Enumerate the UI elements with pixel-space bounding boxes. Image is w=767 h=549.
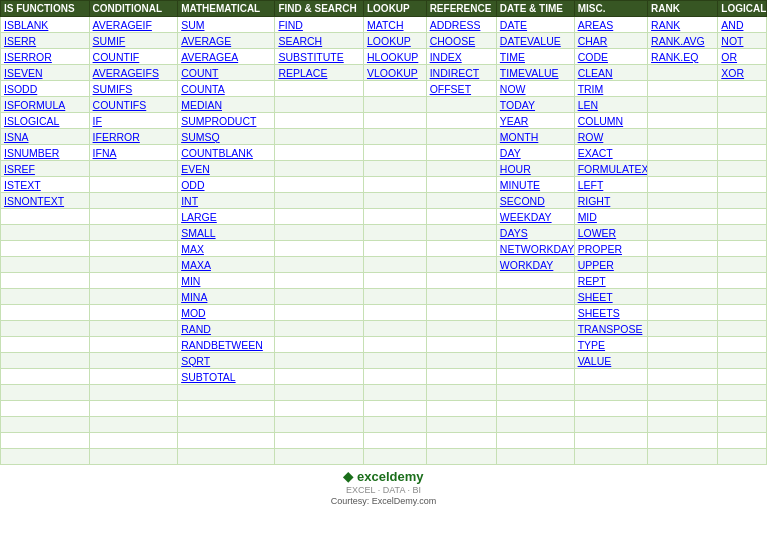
table-cell[interactable]: NOT — [718, 33, 767, 49]
table-cell[interactable]: AVERAGE — [178, 33, 275, 49]
table-cell[interactable]: EXACT — [574, 145, 647, 161]
table-cell[interactable]: MINUTE — [496, 177, 574, 193]
table-cell[interactable]: CHAR — [574, 33, 647, 49]
table-cell[interactable]: ISODD — [1, 81, 90, 97]
table-cell[interactable]: ROW — [574, 129, 647, 145]
table-cell[interactable]: HLOOKUP — [363, 49, 426, 65]
table-cell[interactable]: RIGHT — [574, 193, 647, 209]
table-cell[interactable]: TRANSPOSE — [574, 321, 647, 337]
table-cell[interactable]: ISNONTEXT — [1, 193, 90, 209]
table-cell[interactable]: AREAS — [574, 17, 647, 33]
table-cell[interactable]: DAY — [496, 145, 574, 161]
table-cell[interactable]: OR — [718, 49, 767, 65]
table-cell[interactable]: INDIRECT — [426, 65, 496, 81]
table-cell[interactable]: ISREF — [1, 161, 90, 177]
table-cell[interactable]: ISBLANK — [1, 17, 90, 33]
table-cell[interactable]: ISFORMULA — [1, 97, 90, 113]
table-cell[interactable]: COLUMN — [574, 113, 647, 129]
table-cell[interactable]: SUMPRODUCT — [178, 113, 275, 129]
table-cell[interactable]: ISERR — [1, 33, 90, 49]
table-cell[interactable]: WEEKDAY — [496, 209, 574, 225]
table-cell[interactable]: VALUE — [574, 353, 647, 369]
table-cell[interactable]: LOOKUP — [363, 33, 426, 49]
table-cell[interactable]: SMALL — [178, 225, 275, 241]
table-cell[interactable]: DATE — [496, 17, 574, 33]
table-cell[interactable]: NETWORKDAYS — [496, 241, 574, 257]
table-cell[interactable]: LARGE — [178, 209, 275, 225]
table-cell[interactable]: TIMEVALUE — [496, 65, 574, 81]
table-cell[interactable]: SEARCH — [275, 33, 364, 49]
table-cell[interactable]: INT — [178, 193, 275, 209]
table-cell[interactable]: MEDIAN — [178, 97, 275, 113]
table-cell[interactable]: FORMULATEXT — [574, 161, 647, 177]
table-cell[interactable]: ADDRESS — [426, 17, 496, 33]
table-cell[interactable]: MONTH — [496, 129, 574, 145]
table-cell[interactable]: UPPER — [574, 257, 647, 273]
table-cell[interactable]: COUNT — [178, 65, 275, 81]
table-cell[interactable]: RANK — [648, 17, 718, 33]
table-cell[interactable]: LOWER — [574, 225, 647, 241]
table-cell[interactable]: SQRT — [178, 353, 275, 369]
table-cell[interactable]: MOD — [178, 305, 275, 321]
table-cell[interactable]: REPT — [574, 273, 647, 289]
table-cell[interactable]: COUNTIFS — [89, 97, 178, 113]
table-cell[interactable]: SHEETS — [574, 305, 647, 321]
table-cell[interactable]: AND — [718, 17, 767, 33]
table-cell[interactable]: TYPE — [574, 337, 647, 353]
table-cell[interactable]: CLEAN — [574, 65, 647, 81]
table-cell[interactable]: WORKDAY — [496, 257, 574, 273]
table-cell[interactable]: ODD — [178, 177, 275, 193]
table-cell[interactable]: RANK.EQ — [648, 49, 718, 65]
table-cell[interactable]: CODE — [574, 49, 647, 65]
table-cell[interactable]: REPLACE — [275, 65, 364, 81]
table-cell[interactable]: COUNTIF — [89, 49, 178, 65]
table-cell[interactable]: DATEVALUE — [496, 33, 574, 49]
table-cell[interactable]: IF — [89, 113, 178, 129]
table-cell[interactable]: RANK.AVG — [648, 33, 718, 49]
table-cell[interactable]: AVERAGEIF — [89, 17, 178, 33]
table-cell[interactable]: INDEX — [426, 49, 496, 65]
table-cell[interactable]: ISLOGICAL — [1, 113, 90, 129]
table-cell[interactable]: YEAR — [496, 113, 574, 129]
table-cell[interactable]: IFNA — [89, 145, 178, 161]
table-cell[interactable]: SUMIFS — [89, 81, 178, 97]
table-cell[interactable]: PROPER — [574, 241, 647, 257]
table-cell[interactable]: ISTEXT — [1, 177, 90, 193]
table-cell[interactable]: SUM — [178, 17, 275, 33]
table-cell[interactable]: RAND — [178, 321, 275, 337]
table-cell[interactable]: TODAY — [496, 97, 574, 113]
table-cell[interactable]: TRIM — [574, 81, 647, 97]
table-cell[interactable]: SHEET — [574, 289, 647, 305]
table-cell[interactable]: XOR — [718, 65, 767, 81]
table-cell[interactable]: MINA — [178, 289, 275, 305]
table-cell[interactable]: COUNTBLANK — [178, 145, 275, 161]
table-cell[interactable]: RANDBETWEEN — [178, 337, 275, 353]
table-cell[interactable]: SUBSTITUTE — [275, 49, 364, 65]
table-cell[interactable]: FIND — [275, 17, 364, 33]
table-cell[interactable]: LEFT — [574, 177, 647, 193]
table-cell[interactable]: ISNUMBER — [1, 145, 90, 161]
table-cell[interactable]: MAX — [178, 241, 275, 257]
table-cell[interactable]: MAXA — [178, 257, 275, 273]
table-cell[interactable]: SUBTOTAL — [178, 369, 275, 385]
table-cell[interactable]: NOW — [496, 81, 574, 97]
table-cell[interactable]: LEN — [574, 97, 647, 113]
table-cell[interactable]: AVERAGEA — [178, 49, 275, 65]
table-cell[interactable]: TIME — [496, 49, 574, 65]
table-cell[interactable]: COUNTA — [178, 81, 275, 97]
table-cell[interactable]: HOUR — [496, 161, 574, 177]
table-cell[interactable]: IFERROR — [89, 129, 178, 145]
table-cell[interactable]: EVEN — [178, 161, 275, 177]
table-cell[interactable]: SUMSQ — [178, 129, 275, 145]
table-cell[interactable]: MIN — [178, 273, 275, 289]
table-cell[interactable]: MATCH — [363, 17, 426, 33]
table-cell[interactable]: DAYS — [496, 225, 574, 241]
table-cell[interactable]: OFFSET — [426, 81, 496, 97]
table-cell[interactable]: ISNA — [1, 129, 90, 145]
table-cell[interactable]: MID — [574, 209, 647, 225]
table-cell[interactable]: SUMIF — [89, 33, 178, 49]
table-cell[interactable]: CHOOSE — [426, 33, 496, 49]
table-cell[interactable]: ISEVEN — [1, 65, 90, 81]
table-cell[interactable]: VLOOKUP — [363, 65, 426, 81]
table-cell[interactable]: AVERAGEIFS — [89, 65, 178, 81]
